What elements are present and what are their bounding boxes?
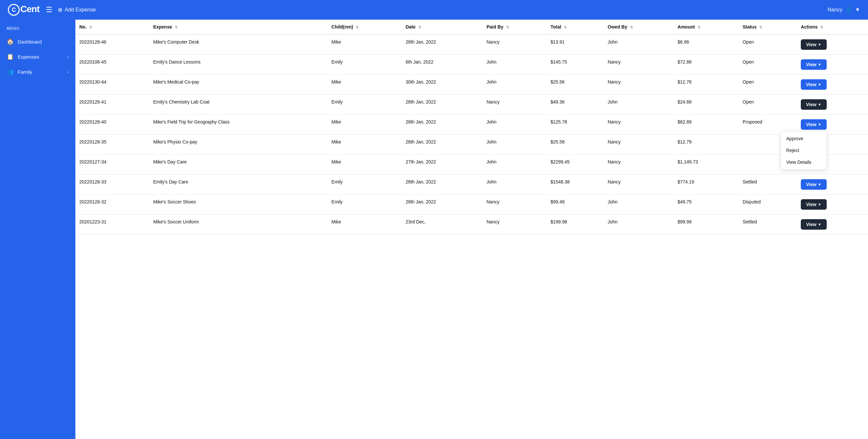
cell-total: $25.56 [547, 75, 603, 95]
cell-date: 30th Jan, 2022 [402, 75, 483, 95]
table-row: 20220128-35 Mike's Physio Co-pay Mike 28… [75, 135, 868, 155]
sidebar-item-expenses[interactable]: 📋 Expenses › [0, 49, 75, 64]
add-expense-button[interactable]: ⊕ Add Expense [58, 6, 96, 13]
col-actions[interactable]: Actions ⇅ [797, 20, 868, 34]
cell-amount: $1,149.73 [674, 155, 739, 175]
view-button[interactable]: View ▼ [801, 219, 827, 230]
cell-actions: View ▼ [797, 214, 868, 235]
cell-no: 20220130-44 [75, 75, 149, 95]
cell-owed-by: John [604, 195, 674, 214]
col-total[interactable]: Total ⇅ [547, 20, 603, 34]
hamburger-button[interactable]: ☰ [46, 6, 53, 14]
caret-icon: ▼ [818, 43, 822, 46]
user-menu[interactable]: Nancy 👤 ▼ [828, 6, 860, 13]
cell-date: 6th Jan, 2022 [402, 55, 483, 75]
cell-children: Mike [328, 34, 402, 55]
cell-amount: $6.96 [674, 34, 739, 55]
cell-expense: Emily's Day Care [149, 175, 328, 195]
cell-expense: Mike's Day Care [149, 155, 328, 175]
cell-paid-by: Nancy [483, 214, 547, 235]
cell-amount: $72.88 [674, 55, 739, 75]
cell-date: 27th Jan, 2022 [402, 155, 483, 175]
cell-total: $199.98 [547, 214, 603, 235]
caret-icon: ▼ [818, 63, 822, 67]
table-row: 20220128-41 Emily's Chemistry Lab Coat E… [75, 95, 868, 115]
cell-amount: $24.68 [674, 95, 739, 115]
cell-paid-by: Nancy [483, 195, 547, 214]
sidebar-item-dashboard[interactable]: 🏠 Dashboard [0, 34, 75, 49]
cell-amount: $62.89 [674, 115, 739, 135]
sort-icon: ⇅ [175, 25, 178, 29]
cell-no: 20201223-31 [75, 214, 149, 235]
cell-expense: Mike's Medical Co-pay [149, 75, 328, 95]
dashboard-icon: 🏠 [6, 38, 14, 45]
cell-status: Settled [739, 175, 797, 195]
cell-total: $2299.45 [547, 155, 603, 175]
dropdown-item-view-details[interactable]: View Details [781, 156, 826, 168]
cell-expense: Mike's Soccer Uniform [149, 214, 328, 235]
sort-icon: ⇅ [698, 25, 701, 29]
cell-total: $1548.38 [547, 175, 603, 195]
col-amount[interactable]: Amount ⇅ [674, 20, 739, 34]
view-button[interactable]: View ▼ [801, 119, 827, 130]
sort-icon: ⇅ [759, 25, 762, 29]
caret-icon: ▼ [818, 223, 822, 226]
family-icon: 👥 [6, 68, 14, 75]
col-owed-by[interactable]: Owed By ⇅ [604, 20, 674, 34]
cell-amount: $12.79 [674, 135, 739, 155]
col-paid-by[interactable]: Paid By ⇅ [483, 20, 547, 34]
view-button[interactable]: View ▼ [801, 59, 827, 70]
cell-expense: Mike's Computer Desk [149, 34, 328, 55]
cell-paid-by: John [483, 75, 547, 95]
col-expense[interactable]: Expense ⇅ [149, 20, 328, 34]
cell-actions: View ▼ [797, 75, 868, 95]
cell-total: $13.91 [547, 34, 603, 55]
main-layout: MENU 🏠 Dashboard 📋 Expenses › 👥 Family ›… [0, 20, 868, 439]
dropdown-item-reject[interactable]: Reject [781, 144, 826, 156]
cell-date: 28th Jan, 2022 [402, 195, 483, 214]
cell-paid-by: John [483, 155, 547, 175]
view-button[interactable]: View ▼ [801, 39, 827, 50]
cell-date: 28th Jan, 2022 [402, 135, 483, 155]
dropdown-item-approve[interactable]: Approve [781, 133, 826, 144]
col-status[interactable]: Status ⇅ [739, 20, 797, 34]
table-header-row: No. ⇅ Expense ⇅ Child(ren) ⇅ Date ⇅ Paid… [75, 20, 868, 34]
user-icon: 👤 [845, 6, 852, 13]
col-no[interactable]: No. ⇅ [75, 20, 149, 34]
chevron-right-icon: › [67, 69, 69, 74]
sort-icon: ⇅ [89, 25, 92, 29]
sidebar-item-family[interactable]: 👥 Family › [0, 64, 75, 79]
cell-no: 20220128-41 [75, 95, 149, 115]
cell-owed-by: Nancy [604, 135, 674, 155]
sort-icon: ⇅ [564, 25, 567, 29]
col-date[interactable]: Date ⇅ [402, 20, 483, 34]
cell-amount: $12.78 [674, 75, 739, 95]
cell-actions: View ▼ [797, 175, 868, 195]
cell-actions: View ▼ [797, 195, 868, 214]
view-button-label: View [806, 202, 816, 207]
main-content: No. ⇅ Expense ⇅ Child(ren) ⇅ Date ⇅ Paid… [75, 20, 868, 439]
cell-total: $25.58 [547, 135, 603, 155]
cell-expense: Mike's Soccer Shoes [149, 195, 328, 214]
view-button-label: View [806, 102, 816, 107]
view-button-label: View [806, 122, 816, 127]
table-row: 20201223-31 Mike's Soccer Uniform Mike 2… [75, 214, 868, 235]
sidebar-item-label: Family [18, 69, 32, 75]
view-button-label: View [806, 182, 816, 187]
cell-total: $145.75 [547, 55, 603, 75]
cell-paid-by: John [483, 115, 547, 135]
cell-owed-by: Nancy [604, 155, 674, 175]
cell-actions: View ▼ [797, 34, 868, 55]
cell-paid-by: John [483, 55, 547, 75]
col-children[interactable]: Child(ren) ⇅ [328, 20, 402, 34]
view-button[interactable]: View ▼ [801, 179, 827, 190]
view-button[interactable]: View ▼ [801, 79, 827, 90]
cell-amount: $49.75 [674, 195, 739, 214]
view-button[interactable]: View ▼ [801, 199, 827, 210]
view-button[interactable]: View ▼ [801, 99, 827, 110]
table-row: 20220128-33 Emily's Day Care Emily 28th … [75, 175, 868, 195]
view-button-label: View [806, 62, 816, 67]
table-row: 20220127-34 Mike's Day Care Mike 27th Ja… [75, 155, 868, 175]
cell-children: Emily [328, 95, 402, 115]
cell-owed-by: Nancy [604, 115, 674, 135]
